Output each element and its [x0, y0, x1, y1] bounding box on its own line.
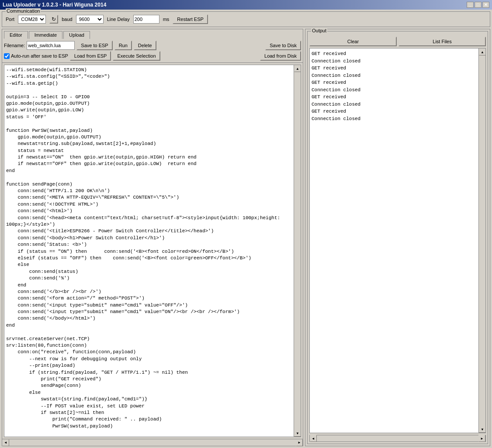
line-delay-input[interactable]	[133, 15, 159, 24]
tab-editor[interactable]: Editor	[4, 31, 28, 39]
communication-group: Communication Port COM28 COM1 COM2 ↻ bau…	[2, 11, 490, 27]
close-button[interactable]: ✕	[482, 2, 489, 8]
window-controls: _ □ ✕	[467, 2, 489, 8]
tab-upload[interactable]: Upload	[63, 31, 90, 39]
horizontal-scrollbar[interactable]: ◄ ►	[2, 439, 303, 446]
toolbar-row-2: Auto-run after save to ESP Load from ESP…	[4, 51, 301, 61]
tab-immediate[interactable]: Immediate	[29, 31, 62, 39]
output-scroll-track	[479, 55, 485, 426]
restart-esp-button[interactable]: Restart ESP	[173, 14, 208, 24]
scroll-left-button[interactable]: ◄	[2, 439, 9, 446]
baud-select[interactable]: 9600 4800 19200 38400 115200	[76, 15, 104, 24]
output-toolbar: Clear List Files	[308, 35, 488, 48]
scroll-up-button[interactable]: ▲	[294, 65, 301, 72]
delete-button[interactable]: Delete	[134, 41, 156, 50]
auto-run-label[interactable]: Auto-run after save to ESP	[4, 53, 68, 59]
main-container: Communication Port COM28 COM1 COM2 ↻ bau…	[0, 10, 492, 448]
save-to-disk-button[interactable]: Save to Disk	[265, 41, 301, 50]
refresh-button[interactable]: ↻	[49, 15, 58, 24]
list-files-button[interactable]: List Files	[398, 37, 486, 46]
save-to-esp-button[interactable]: Save to ESP	[76, 41, 112, 50]
output-scroll-down[interactable]: ▼	[479, 426, 486, 433]
app-title: Lua Uploader v 1.0.2.3 - Hari Wiguna 201…	[3, 2, 106, 8]
execute-selection-button[interactable]: Execute Selection	[113, 51, 160, 61]
output-group-label: Output	[311, 29, 327, 33]
output-scroll-left[interactable]: ◄	[310, 435, 317, 442]
baud-label: baud	[62, 17, 72, 22]
load-from-esp-button[interactable]: Load from ESP	[70, 51, 111, 61]
output-content: GET receivedConnection closedGET receive…	[309, 48, 486, 433]
code-editor[interactable]	[4, 65, 294, 437]
communication-label: Communication	[6, 8, 41, 14]
content-area: Editor Immediate Upload Filename: Save t…	[2, 29, 490, 446]
filename-input[interactable]	[27, 41, 75, 50]
run-button[interactable]: Run	[114, 41, 132, 50]
output-vertical-scrollbar[interactable]: ▲ ▼	[478, 48, 485, 433]
scroll-right-button[interactable]: ►	[296, 439, 303, 446]
scroll-down-button[interactable]: ▼	[294, 430, 301, 437]
port-select[interactable]: COM28 COM1 COM2	[18, 15, 46, 24]
maximize-button[interactable]: □	[475, 2, 482, 8]
ms-label: ms	[163, 17, 170, 22]
tabs-bar: Editor Immediate Upload	[2, 29, 303, 39]
output-scroll-right[interactable]: ►	[478, 435, 485, 442]
editor-toolbar: Filename: Save to ESP Run Delete Save to…	[2, 39, 303, 63]
left-panel: Editor Immediate Upload Filename: Save t…	[2, 29, 303, 446]
code-area: ▲ ▼	[4, 65, 301, 437]
vertical-scrollbar[interactable]: ▲ ▼	[294, 65, 301, 437]
title-bar: Lua Uploader v 1.0.2.3 - Hari Wiguna 201…	[0, 0, 492, 10]
load-from-disk-button[interactable]: Load from Disk	[260, 51, 301, 61]
scroll-track	[294, 72, 301, 430]
comm-row: Port COM28 COM1 COM2 ↻ baud 9600 4800 19…	[6, 14, 486, 24]
port-label: Port	[6, 17, 14, 22]
clear-button[interactable]: Clear	[309, 37, 397, 46]
minimize-button[interactable]: _	[467, 2, 474, 8]
toolbar-row-1: Filename: Save to ESP Run Delete Save to…	[4, 41, 301, 50]
output-scroll-up[interactable]: ▲	[479, 48, 486, 55]
output-text: GET receivedConnection closedGET receive…	[310, 48, 478, 433]
output-group-border: Output Clear List Files GET receivedConn…	[307, 31, 488, 444]
output-horizontal-scrollbar[interactable]: ◄ ►	[309, 435, 486, 442]
line-delay-label: Line Delay	[107, 17, 130, 22]
right-panel: Output Clear List Files GET receivedConn…	[305, 29, 490, 446]
auto-run-checkbox[interactable]	[4, 53, 10, 59]
filename-label: Filename:	[4, 43, 25, 48]
